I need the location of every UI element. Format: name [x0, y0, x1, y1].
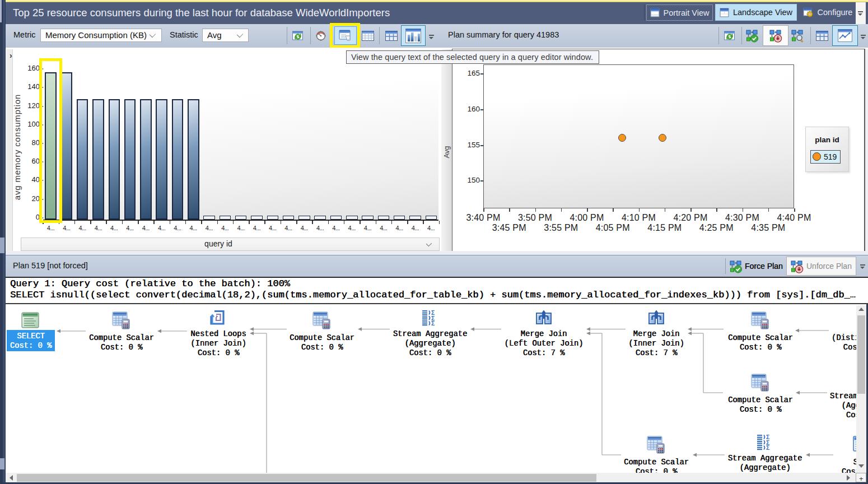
svg-text:Σ: Σ [766, 444, 769, 451]
svg-text:Σ: Σ [431, 320, 435, 327]
